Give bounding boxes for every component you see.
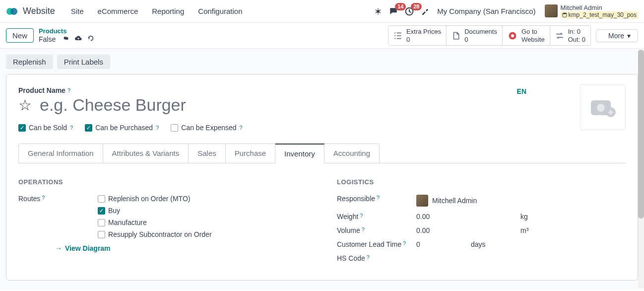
- route-buy-checkbox[interactable]: ✓Buy: [98, 207, 307, 215]
- more-button[interactable]: More ▾: [601, 30, 638, 42]
- new-button[interactable]: New: [6, 28, 34, 43]
- replenish-button[interactable]: Replenish: [6, 55, 53, 69]
- route-resupply-checkbox[interactable]: Resupply Subcontractor on Order: [98, 230, 307, 238]
- print-labels-button[interactable]: Print Labels: [57, 55, 110, 69]
- route-manufacture-checkbox[interactable]: Manufacture: [98, 218, 307, 226]
- database-name: kmp_2_test_may_30_pos: [561, 11, 638, 18]
- product-image-upload[interactable]: [580, 84, 626, 130]
- form-tabs: General Information Attributes & Variant…: [18, 144, 380, 163]
- view-diagram-link[interactable]: → View Diagram: [55, 244, 307, 252]
- messages-badge: 14: [395, 3, 406, 10]
- tab-purchase[interactable]: Purchase: [226, 144, 275, 163]
- route-mto-checkbox[interactable]: Replenish on Order (MTO): [98, 195, 307, 203]
- breadcrumb: Products False: [39, 27, 94, 44]
- operations-title: OPERATIONS: [18, 178, 307, 186]
- nav-reporting[interactable]: Reporting: [145, 7, 191, 15]
- form-sheet: Product Name ? ☆ EN ✓Can be Sold? ✓Can b…: [6, 74, 638, 281]
- can-be-sold-checkbox[interactable]: ✓Can be Sold?: [18, 124, 73, 132]
- volume-unit: m³: [520, 226, 528, 234]
- arrow-right-icon: →: [55, 244, 62, 252]
- undo-icon[interactable]: [87, 35, 94, 44]
- app-brand[interactable]: Website: [23, 6, 55, 16]
- stat-extra-prices[interactable]: Extra Prices0: [388, 26, 447, 45]
- control-bar: New Products False Extra Prices0 Documen…: [0, 23, 644, 49]
- user-avatar-icon: [545, 4, 558, 17]
- favorite-star-icon[interactable]: ☆: [18, 96, 32, 114]
- tab-general[interactable]: General Information: [19, 144, 103, 163]
- top-navbar: Website Site eCommerce Reporting Configu…: [0, 0, 644, 23]
- can-be-purchased-checkbox[interactable]: ✓Can be Purchased?: [85, 124, 159, 132]
- product-name-label: Product Name: [18, 86, 65, 94]
- company-selector[interactable]: My Company (San Francisco): [437, 7, 535, 15]
- svg-point-8: [597, 104, 605, 112]
- app-logo-icon[interactable]: [6, 5, 18, 17]
- svg-point-1: [10, 8, 17, 15]
- activities-icon[interactable]: 28: [405, 7, 414, 16]
- nav-site[interactable]: Site: [64, 7, 91, 15]
- weight-unit: kg: [520, 213, 528, 220]
- messages-icon[interactable]: 14: [389, 7, 398, 16]
- svg-point-2: [377, 10, 380, 13]
- product-name-input[interactable]: [40, 95, 509, 115]
- breadcrumb-current: False: [39, 35, 56, 44]
- weight-input[interactable]: 0.00: [416, 213, 520, 220]
- stat-goto-website[interactable]: Go toWebsite: [503, 26, 550, 45]
- cloud-upload-icon[interactable]: [74, 35, 82, 44]
- responsible-field[interactable]: Mitchell Admin: [416, 195, 626, 207]
- user-name: Mitchell Admin: [561, 4, 638, 12]
- logistics-title: LOGISTICS: [337, 178, 626, 186]
- logistics-section: LOGISTICS Responsible? Mitchell Admin We…: [337, 178, 626, 268]
- volume-input[interactable]: 0.00: [416, 226, 520, 234]
- stat-documents[interactable]: Documents0: [447, 26, 503, 45]
- lead-time-unit: days: [471, 240, 486, 248]
- language-badge[interactable]: EN: [517, 87, 526, 95]
- stat-in-out[interactable]: In: 0Out: 0: [550, 26, 590, 45]
- lead-time-input[interactable]: 0: [416, 240, 471, 248]
- help-icon[interactable]: ?: [67, 87, 70, 93]
- user-menu[interactable]: Mitchell Admin kmp_2_test_may_30_pos: [545, 4, 638, 19]
- nav-ecommerce[interactable]: eCommerce: [91, 7, 145, 15]
- vertical-scrollbar[interactable]: [638, 50, 644, 288]
- can-be-expensed-checkbox[interactable]: Can be Expensed?: [171, 124, 242, 132]
- settings-icon[interactable]: [63, 35, 69, 44]
- svg-point-6: [511, 34, 514, 37]
- nav-configuration[interactable]: Configuration: [191, 7, 249, 15]
- tab-inventory[interactable]: Inventory: [275, 144, 324, 163]
- svg-point-4: [563, 13, 567, 14]
- caret-down-icon: ▾: [627, 32, 631, 40]
- operations-section: OPERATIONS Routes? Replenish on Order (M…: [18, 178, 307, 268]
- activities-badge: 28: [411, 3, 422, 10]
- tools-icon[interactable]: [421, 7, 429, 15]
- stat-buttons: Extra Prices0 Documents0 Go toWebsite In…: [388, 25, 591, 46]
- tab-attributes[interactable]: Attributes & Variants: [103, 144, 189, 163]
- debug-icon[interactable]: [374, 7, 382, 15]
- tab-sales[interactable]: Sales: [189, 144, 226, 163]
- breadcrumb-parent[interactable]: Products: [39, 27, 94, 35]
- content-area: Replenish Print Labels Product Name ? ☆ …: [0, 49, 644, 290]
- responsible-avatar-icon: [416, 195, 428, 207]
- tab-accounting[interactable]: Accounting: [324, 144, 379, 163]
